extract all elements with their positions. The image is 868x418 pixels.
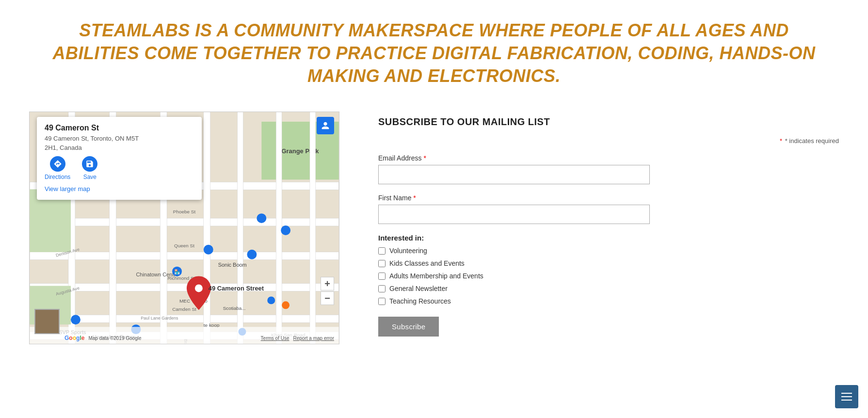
svg-point-39 — [195, 285, 203, 292]
svg-text:Phoebe St: Phoebe St — [173, 209, 196, 215]
svg-rect-15 — [310, 112, 316, 344]
map-thumbnail — [34, 309, 60, 334]
checkbox-teaching-resources-input[interactable] — [378, 298, 386, 305]
svg-text:Sonic Boom: Sonic Boom — [218, 262, 247, 268]
email-input[interactable] — [378, 165, 650, 184]
svg-point-44 — [257, 214, 266, 224]
map-user-icon — [317, 117, 334, 134]
checkbox-kids-classes-input[interactable] — [378, 260, 386, 267]
map-section: Grange Park — [29, 112, 339, 344]
directions-button[interactable]: Directions — [45, 156, 70, 180]
map-data-label: Map data ©2019 Google — [88, 336, 141, 341]
email-label: Email Address * — [378, 154, 839, 162]
svg-point-47 — [247, 250, 257, 259]
svg-text:Paul Lane Gardens: Paul Lane Gardens — [141, 316, 178, 321]
view-larger-map-link[interactable]: View larger map — [45, 185, 90, 193]
required-note: * * indicates required — [378, 137, 839, 145]
map-footer-links: Terms of Use Report a map error — [261, 336, 334, 341]
checkbox-teaching-resources[interactable]: Teaching Resources — [378, 297, 839, 305]
checkbox-adults-membership-label: Adults Membership and Events — [389, 272, 483, 280]
report-map-error-link[interactable]: Report a map error — [293, 336, 334, 341]
interested-section: Interested in: Volunteering Kids Classes… — [378, 234, 839, 305]
first-name-label: First Name * — [378, 194, 839, 202]
directions-icon — [50, 156, 65, 172]
map-info-actions: Directions Save — [45, 156, 194, 180]
checkbox-adults-membership-input[interactable] — [378, 273, 386, 280]
save-button[interactable]: Save — [82, 156, 97, 180]
map-info-window: 49 Cameron St 49 Cameron St, Toronto, ON… — [37, 117, 202, 199]
svg-text:49 Cameron Street: 49 Cameron Street — [209, 285, 264, 292]
checkbox-volunteering-input[interactable] — [378, 247, 386, 255]
first-name-form-group: First Name * — [378, 194, 839, 224]
svg-rect-5 — [30, 252, 338, 260]
first-name-input[interactable] — [378, 205, 650, 224]
checkbox-kids-classes[interactable]: Kids Classes and Events — [378, 259, 839, 267]
checkbox-kids-classes-label: Kids Classes and Events — [389, 259, 465, 267]
svg-point-45 — [281, 225, 290, 235]
svg-text:Chinatown Centre: Chinatown Centre — [136, 272, 178, 277]
subscribe-button[interactable]: Subscribe — [378, 317, 439, 337]
checkbox-general-newsletter-label: General Newsletter — [389, 285, 448, 292]
terms-of-use-link[interactable]: Terms of Use — [261, 336, 289, 341]
svg-text:Queen St: Queen St — [174, 243, 194, 248]
checkbox-general-newsletter[interactable]: General Newsletter — [378, 285, 839, 292]
checkbox-group: Volunteering Kids Classes and Events Adu… — [378, 247, 839, 305]
google-logo: Google — [64, 335, 84, 341]
directions-label: Directions — [45, 174, 70, 180]
main-content: Grange Park — [0, 102, 868, 364]
header-section: STEAMLABS IS A COMMUNITY MAKERSPACE WHER… — [0, 0, 868, 102]
svg-rect-4 — [30, 218, 338, 226]
checkbox-adults-membership[interactable]: Adults Membership and Events — [378, 272, 839, 280]
save-label: Save — [83, 174, 96, 180]
svg-point-51 — [267, 297, 275, 305]
subscribe-section: SUBSCRIBE TO OUR MAILING LIST * * indica… — [378, 112, 839, 337]
map-zoom-controls: + − — [321, 277, 334, 305]
zoom-in-button[interactable]: + — [321, 277, 334, 290]
bottom-menu-button[interactable] — [835, 385, 858, 408]
map-footer: Google Map data ©2019 Google Terms of Us… — [30, 335, 339, 341]
map-container[interactable]: Grange Park — [29, 112, 339, 344]
svg-point-52 — [282, 302, 289, 309]
svg-text:Camden St: Camden St — [172, 307, 196, 312]
interested-label: Interested in: — [378, 234, 839, 242]
zoom-out-button[interactable]: − — [321, 291, 334, 305]
svg-text:Scotiaba...: Scotiaba... — [223, 306, 246, 311]
svg-rect-14 — [276, 112, 282, 344]
checkbox-general-newsletter-input[interactable] — [378, 285, 386, 292]
svg-point-49 — [71, 315, 80, 325]
checkbox-teaching-resources-label: Teaching Resources — [389, 297, 451, 305]
checkbox-volunteering[interactable]: Volunteering — [378, 247, 839, 255]
subscribe-title: SUBSCRIBE TO OUR MAILING LIST — [378, 116, 839, 128]
svg-text:🏪: 🏪 — [174, 269, 180, 275]
save-icon — [82, 156, 97, 172]
checkbox-volunteering-label: Volunteering — [389, 247, 427, 255]
email-form-group: Email Address * — [378, 154, 839, 184]
svg-rect-12 — [204, 112, 210, 344]
map-info-title: 49 Cameron St — [45, 124, 194, 132]
hamburger-icon — [841, 393, 852, 401]
page-title: STEAMLABS IS A COMMUNITY MAKERSPACE WHER… — [39, 19, 829, 87]
map-info-address: 49 Cameron St, Toronto, ON M5T 2H1, Cana… — [45, 134, 194, 152]
svg-point-43 — [204, 245, 213, 255]
